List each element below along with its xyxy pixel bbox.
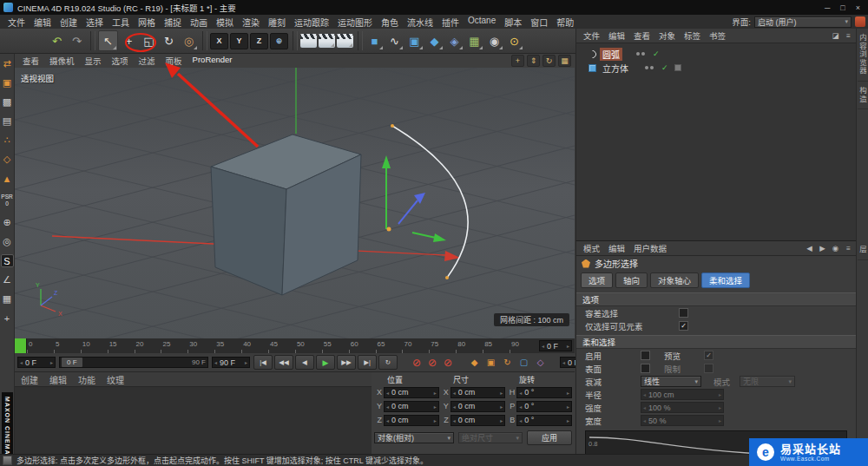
- toggle-views-icon[interactable]: ▦: [558, 55, 571, 67]
- object-row-arc[interactable]: 圆弧 ✓: [576, 47, 856, 61]
- menu-item[interactable]: 帮助: [552, 16, 578, 29]
- render-settings-icon[interactable]: [337, 34, 353, 48]
- size-field[interactable]: ◂0 cm▸: [450, 387, 506, 398]
- om-layout-icon[interactable]: ◪: [831, 31, 840, 40]
- size-mode-select[interactable]: 绝对尺寸▾: [458, 432, 523, 443]
- rotate-icon[interactable]: ↻: [160, 31, 178, 50]
- autokey-button[interactable]: ⊘: [425, 356, 439, 369]
- menu-item[interactable]: 模拟: [212, 16, 238, 29]
- visibility-dots[interactable]: [636, 52, 645, 56]
- lock-y-icon[interactable]: Y: [230, 33, 248, 49]
- rotation-field[interactable]: ◂0 °▸: [516, 387, 572, 398]
- key-scale-icon[interactable]: ▣: [483, 356, 498, 369]
- edges-mode-icon[interactable]: ◇: [1, 153, 14, 166]
- layout-icon[interactable]: [855, 16, 865, 27]
- attribute-tab[interactable]: 对象轴心: [650, 272, 699, 288]
- viewport-menu-item[interactable]: 选项: [107, 55, 134, 67]
- minimize-button[interactable]: ─: [825, 3, 830, 12]
- phong-tag-icon[interactable]: [674, 64, 681, 71]
- move-icon[interactable]: +: [120, 31, 138, 50]
- render-view-icon[interactable]: [300, 34, 317, 48]
- visibility-dots[interactable]: [645, 66, 654, 69]
- group-header-options[interactable]: 选项: [576, 292, 856, 306]
- size-field[interactable]: ◂0 cm▸: [450, 401, 506, 412]
- menu-item[interactable]: 角色: [377, 16, 403, 29]
- viewport-menu-item[interactable]: ProRender: [187, 55, 238, 67]
- coordinate-mode-select[interactable]: 对象(相对)▾: [374, 432, 454, 443]
- prev-key-button[interactable]: ◀◀: [274, 355, 293, 370]
- lock-z-icon[interactable]: Z: [250, 33, 268, 49]
- am-pin-icon[interactable]: ◉: [831, 244, 840, 253]
- gizmo-center-handle[interactable]: [387, 227, 391, 232]
- close-button[interactable]: ×: [856, 3, 860, 12]
- enable-checkbox[interactable]: [641, 351, 650, 360]
- current-frame-field[interactable]: ◂0 F▸: [17, 357, 56, 368]
- arc-end-point[interactable]: [445, 276, 449, 279]
- add-generator-icon[interactable]: ◆: [425, 31, 444, 50]
- side-panel-tab[interactable]: 构造: [858, 82, 868, 109]
- am-back-icon[interactable]: ◀: [805, 244, 814, 253]
- surface-checkbox[interactable]: [641, 364, 650, 373]
- tolerant-checkbox[interactable]: [679, 308, 688, 318]
- menu-item[interactable]: 流水线: [403, 16, 437, 29]
- mode-select[interactable]: 无限▾: [740, 376, 795, 387]
- add-cube-icon[interactable]: ■: [365, 31, 384, 50]
- arc-start-point[interactable]: [391, 124, 394, 128]
- next-frame-button[interactable]: ▶▶: [337, 355, 356, 370]
- menu-item[interactable]: 创建: [56, 16, 82, 29]
- rotate-view-icon[interactable]: ↻: [542, 55, 556, 67]
- goto-start-button[interactable]: |◀: [253, 355, 273, 370]
- key-rotation-icon[interactable]: ↻: [500, 356, 515, 369]
- menu-item[interactable]: 插件: [437, 16, 464, 29]
- ruler-frame-field[interactable]: ◂0 F▸: [539, 340, 572, 351]
- object-manager-menu-item[interactable]: 编辑: [604, 30, 629, 42]
- position-field[interactable]: ◂0 cm▸: [384, 387, 439, 398]
- range-start-handle[interactable]: 0 F: [62, 358, 82, 367]
- polygons-mode-icon[interactable]: ▲: [1, 172, 14, 185]
- zoom-view-icon[interactable]: ⇕: [527, 55, 540, 67]
- visible-only-checkbox[interactable]: [679, 321, 688, 331]
- am-forward-icon[interactable]: ▶: [818, 244, 827, 253]
- material-menu-item[interactable]: 编辑: [49, 373, 67, 386]
- add-camera-icon[interactable]: ◉: [485, 31, 503, 50]
- side-panel-tab-layers[interactable]: 层: [858, 240, 868, 260]
- add-subdivision-icon[interactable]: ▣: [405, 31, 424, 50]
- loop-button[interactable]: ↻: [378, 355, 398, 370]
- plane-handle-icon[interactable]: [433, 233, 446, 242]
- position-field[interactable]: ◂0 cm▸: [384, 401, 439, 412]
- menu-item[interactable]: 窗口: [526, 16, 552, 29]
- prev-frame-button[interactable]: ◀: [295, 355, 314, 370]
- viewport-menu-item[interactable]: 面板: [161, 55, 187, 67]
- interface-select[interactable]: 启动 (用户) ▾: [754, 16, 852, 28]
- points-mode-icon[interactable]: ∴: [1, 134, 14, 147]
- menu-item[interactable]: 动画: [186, 16, 212, 29]
- menu-item[interactable]: 捕捉: [160, 16, 186, 29]
- strength-field[interactable]: ◂100 %▸: [641, 402, 724, 413]
- toolbar-icon[interactable]: [202, 31, 207, 50]
- object-manager-menu-item[interactable]: 文件: [579, 30, 604, 42]
- attribute-menu-item[interactable]: 用户数据: [629, 242, 671, 254]
- attribute-tab[interactable]: 轴向: [615, 272, 648, 288]
- frame-range-slider[interactable]: 0 F 90 F: [59, 357, 208, 368]
- texture-mode-icon[interactable]: ▩: [1, 95, 14, 108]
- material-menu-item[interactable]: 功能: [78, 373, 95, 386]
- radius-field[interactable]: ◂100 cm▸: [641, 389, 724, 400]
- size-field[interactable]: ◂0 cm▸: [450, 415, 506, 426]
- viewport-menu-item[interactable]: 显示: [80, 55, 107, 67]
- falloff-select[interactable]: 线性▾: [641, 376, 701, 387]
- play-button[interactable]: ▶: [316, 355, 335, 370]
- material-menu-item[interactable]: 纹理: [107, 373, 124, 386]
- object-name[interactable]: 圆弧: [600, 48, 622, 61]
- render-picture-viewer-icon[interactable]: [319, 34, 335, 48]
- keyframe-selection-button[interactable]: ⊘: [441, 356, 455, 369]
- menu-item[interactable]: 工具: [108, 16, 134, 29]
- snap-icon[interactable]: S: [1, 254, 14, 267]
- object-manager-menu-item[interactable]: 标签: [680, 30, 705, 42]
- position-field[interactable]: ◂0 cm▸: [384, 415, 439, 426]
- menu-item[interactable]: 运动图形: [333, 16, 377, 29]
- attribute-menu-item[interactable]: 编辑: [604, 242, 629, 254]
- menu-item[interactable]: Octane: [464, 16, 500, 29]
- object-name[interactable]: 立方体: [600, 62, 631, 75]
- live-selection-icon[interactable]: ↖: [98, 30, 118, 51]
- model-mode-icon[interactable]: ▣: [1, 76, 14, 89]
